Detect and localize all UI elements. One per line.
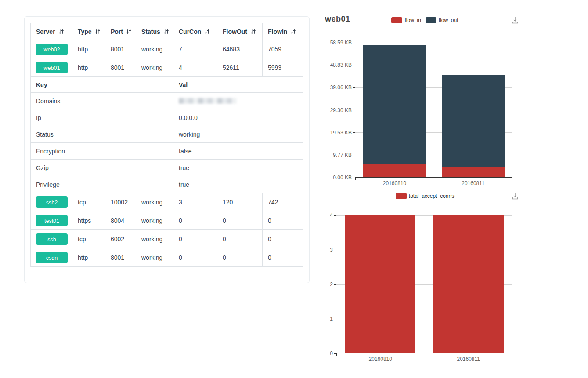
gridline bbox=[355, 43, 512, 43]
type-cell: https bbox=[72, 211, 105, 230]
legend-swatch bbox=[426, 17, 436, 23]
y-axis-tick bbox=[353, 87, 355, 88]
curcon-cell: 0 bbox=[173, 248, 217, 267]
server-cell: ssh2 bbox=[31, 193, 72, 211]
save-as-image-button[interactable] bbox=[510, 15, 520, 25]
flowout-cell: 120 bbox=[217, 193, 263, 211]
column-header-label: FlowOut bbox=[223, 28, 247, 35]
key-val-header-row: Key Val bbox=[31, 77, 303, 93]
port-cell: 8001 bbox=[105, 248, 136, 267]
x-axis-label: 20160810 bbox=[369, 356, 392, 362]
bar-total_accept_conns-20160811 bbox=[433, 215, 504, 353]
table-row: web01http8001working4526115993 bbox=[31, 58, 303, 77]
column-header-label: Status bbox=[141, 28, 160, 35]
download-icon bbox=[511, 192, 519, 200]
flowout-cell: 0 bbox=[217, 211, 263, 230]
detail-val-cell: false bbox=[173, 143, 303, 160]
legend-item-flow_in[interactable]: flow_in bbox=[391, 17, 421, 23]
curcon-cell: 0 bbox=[173, 211, 217, 230]
legend-label: flow_out bbox=[439, 17, 458, 23]
y-axis-label: 48.83 KB bbox=[330, 62, 352, 68]
sort-icon bbox=[290, 29, 296, 35]
server-cell: csdn bbox=[31, 248, 72, 267]
y-axis-tick bbox=[353, 110, 355, 110]
flowout-cell: 64683 bbox=[217, 40, 263, 58]
y-axis-label: 1 bbox=[330, 316, 333, 322]
flowin-cell: 0 bbox=[263, 211, 303, 230]
download-icon bbox=[511, 16, 519, 24]
y-axis-tick bbox=[353, 43, 355, 43]
server-badge[interactable]: test01 bbox=[36, 215, 68, 226]
server-badge[interactable]: ssh bbox=[36, 233, 68, 245]
detail-row: Ip0.0.0.0 bbox=[31, 109, 303, 126]
legend-swatch bbox=[391, 17, 402, 23]
y-axis-label: 4 bbox=[330, 212, 333, 218]
y-axis-label: 9.77 KB bbox=[333, 152, 352, 158]
server-badge[interactable]: csdn bbox=[36, 252, 68, 263]
bar-flow_in-20160810 bbox=[363, 164, 426, 177]
sort-icon bbox=[58, 29, 64, 35]
detail-val-cell: working bbox=[173, 126, 303, 143]
sort-icon bbox=[163, 29, 169, 35]
legend-item-flow_out[interactable]: flow_out bbox=[426, 17, 458, 23]
status-cell: working bbox=[136, 40, 173, 58]
flowin-cell: 0 bbox=[263, 248, 303, 267]
legend-swatch bbox=[396, 193, 407, 199]
port-cell: 6002 bbox=[105, 230, 136, 248]
y-axis-label: 3 bbox=[330, 247, 333, 253]
column-header-label: FlowIn bbox=[268, 28, 287, 35]
detail-key-cell: Domains bbox=[31, 93, 173, 109]
y-axis-tick bbox=[353, 65, 355, 65]
type-cell: http bbox=[72, 40, 105, 58]
server-badge[interactable]: ssh2 bbox=[36, 196, 68, 208]
column-header-status[interactable]: Status bbox=[136, 23, 173, 40]
detail-row: Statusworking bbox=[31, 126, 303, 143]
y-axis-tick bbox=[334, 319, 336, 319]
save-as-image-button[interactable] bbox=[510, 191, 520, 201]
flowin-cell: 742 bbox=[263, 193, 303, 211]
y-axis-tick bbox=[334, 353, 336, 354]
page: { "colors": { "badge_green": "#1abc9c", … bbox=[0, 0, 588, 378]
status-cell: working bbox=[136, 58, 173, 77]
detail-val-cell: true bbox=[173, 160, 303, 176]
column-header-flowout[interactable]: FlowOut bbox=[217, 23, 263, 40]
detail-key-cell: Ip bbox=[31, 109, 173, 126]
bar-flow_in-20160811 bbox=[442, 167, 505, 177]
y-axis-tick bbox=[334, 250, 336, 250]
column-header-port[interactable]: Port bbox=[105, 23, 136, 40]
server-badge[interactable]: web01 bbox=[36, 62, 68, 73]
x-axis-label: 20160811 bbox=[462, 180, 485, 186]
server-badge[interactable]: web02 bbox=[36, 44, 68, 55]
detail-row: Gziptrue bbox=[31, 160, 303, 176]
column-header-label: Port bbox=[111, 28, 123, 35]
x-axis-tick bbox=[512, 353, 512, 356]
y-axis-label: 19.53 KB bbox=[330, 130, 352, 136]
x-axis-tick bbox=[512, 178, 512, 180]
legend-item-total_accept_conns[interactable]: total_accept_conns bbox=[396, 193, 454, 199]
server-cell: web02 bbox=[31, 40, 72, 58]
column-header-flowin[interactable]: FlowIn bbox=[263, 23, 303, 40]
flowout-cell: 0 bbox=[217, 248, 263, 267]
curcon-cell: 3 bbox=[173, 193, 217, 211]
server-cell: ssh bbox=[31, 230, 72, 248]
x-axis-tick bbox=[355, 178, 356, 180]
type-cell: tcp bbox=[72, 193, 105, 211]
port-cell: 8001 bbox=[105, 58, 136, 77]
x-axis-label: 20160811 bbox=[457, 356, 480, 362]
column-header-curcon[interactable]: CurCon bbox=[173, 23, 217, 40]
server-table-card: ServerTypePortStatusCurConFlowOutFlowIn … bbox=[24, 16, 310, 283]
column-header-label: CurCon bbox=[179, 28, 201, 35]
server-table: ServerTypePortStatusCurConFlowOutFlowIn … bbox=[30, 23, 303, 267]
x-axis-label: 20160810 bbox=[383, 180, 406, 186]
y-axis-label: 0 bbox=[330, 350, 333, 356]
detail-key-cell: Gzip bbox=[31, 160, 173, 176]
server-cell: web01 bbox=[31, 58, 72, 77]
bar-flow_out-20160810 bbox=[363, 45, 426, 164]
sort-icon bbox=[204, 29, 210, 35]
table-row: web02http8001working7646837059 bbox=[31, 40, 303, 58]
column-header-server[interactable]: Server bbox=[31, 23, 72, 40]
chart-legend: flow_inflow_out bbox=[323, 17, 527, 23]
column-header-type[interactable]: Type bbox=[72, 23, 105, 40]
y-axis-tick bbox=[334, 215, 336, 216]
sort-icon bbox=[250, 29, 256, 35]
